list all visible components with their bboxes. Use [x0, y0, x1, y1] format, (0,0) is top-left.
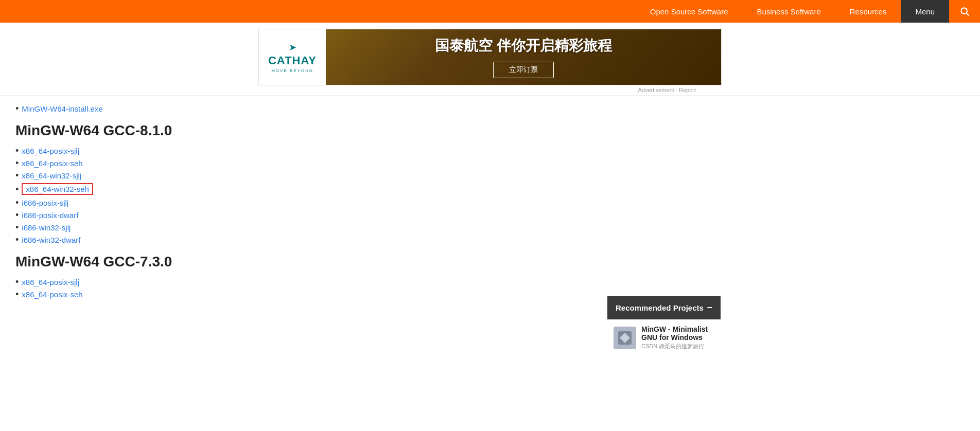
- ad-banner: 广告 × ➤ CATHAY MOVE BEYOND 国泰航空 伴你开启精彩旅程 …: [0, 23, 980, 96]
- link-x86-posix-sjlj[interactable]: x86_64-posix-sjlj: [22, 147, 79, 155]
- bullet-dot: •: [15, 277, 19, 286]
- nav-open-source[interactable]: Open Source Software: [636, 0, 743, 23]
- ad-cta-button[interactable]: 立即订票: [493, 62, 554, 78]
- link-i686-posix-dwarf[interactable]: i686-posix-dwarf: [22, 211, 78, 220]
- link-x86-posix-seh[interactable]: x86_64-posix-seh: [22, 159, 82, 168]
- link-i686-win32-dwarf[interactable]: i686-win32-dwarf: [22, 236, 80, 244]
- gcc810-link-7: • i686-win32-dwarf: [15, 235, 592, 244]
- sidebar-project-icon: [614, 327, 636, 349]
- nav-resources[interactable]: Resources: [835, 0, 901, 23]
- gcc730-link-0: • x86_64-posix-sjlj: [15, 277, 592, 286]
- link-gcc730-x86-posix-seh[interactable]: x86_64-posix-seh: [22, 290, 82, 299]
- link-i686-posix-sjlj[interactable]: i686-posix-sjlj: [22, 199, 68, 207]
- gcc730-title: MinGW-W64 GCC-7.3.0: [15, 254, 592, 270]
- gcc810-link-6: • i686-win32-sjlj: [15, 223, 592, 232]
- ad-cathay-bird: ➤: [289, 42, 296, 53]
- ad-report[interactable]: Advertisement · Report: [258, 85, 722, 93]
- bullet-dot: •: [15, 158, 19, 168]
- bullet-dot: •: [15, 210, 19, 220]
- bullet-dot: •: [15, 223, 19, 232]
- ad-cathay-name: CATHAY: [268, 54, 317, 67]
- link-x86-win32-sjlj[interactable]: x86_64-win32-sjlj: [22, 171, 81, 180]
- gcc810-link-1: • x86_64-posix-seh: [15, 158, 592, 168]
- bullet-dot: •: [15, 146, 19, 155]
- svg-line-1: [967, 13, 969, 16]
- sidebar-project-item[interactable]: MinGW - Minimalist GNU for Windows CSDN …: [607, 319, 721, 355]
- ad-cathay-logo: ➤ CATHAY MOVE BEYOND: [259, 29, 326, 85]
- nav-search[interactable]: [949, 0, 980, 23]
- ad-container[interactable]: ➤ CATHAY MOVE BEYOND 国泰航空 伴你开启精彩旅程 立即订票: [258, 29, 722, 85]
- sidebar-panel: Recommended Projects − MinGW - Minimalis…: [607, 296, 721, 355]
- bullet-dot: •: [15, 104, 19, 113]
- bullet-dot: •: [15, 235, 19, 244]
- bullet-dot: •: [15, 171, 19, 180]
- gcc730-link-1: • x86_64-posix-seh: [15, 290, 592, 299]
- gcc810-link-2: • x86_64-win32-sjlj: [15, 171, 592, 180]
- ad-content: 国泰航空 伴你开启精彩旅程 立即订票: [326, 36, 721, 78]
- nav-business-software[interactable]: Business Software: [743, 0, 835, 23]
- bullet-dot: •: [15, 198, 19, 207]
- ad-main-text: 国泰航空 伴你开启精彩旅程: [435, 36, 612, 56]
- bullet-dot: •: [15, 290, 19, 299]
- sidebar: Recommended Projects − MinGW - Minimalis…: [607, 96, 721, 361]
- svg-point-0: [961, 8, 967, 14]
- install-exe-link[interactable]: MinGW-W64-install.exe: [22, 104, 102, 113]
- content-area: • MinGW-W64-install.exe MinGW-W64 GCC-8.…: [0, 96, 607, 361]
- install-exe-item: • MinGW-W64-install.exe: [15, 104, 592, 113]
- sidebar-panel-header: Recommended Projects −: [607, 296, 721, 319]
- bullet-dot: •: [15, 185, 19, 194]
- link-x86-win32-seh[interactable]: x86_64-win32-seh: [22, 183, 93, 195]
- nav-menu[interactable]: Menu: [901, 0, 949, 23]
- gcc810-link-0: • x86_64-posix-sjlj: [15, 146, 592, 155]
- sidebar-panel-minus[interactable]: −: [707, 302, 712, 313]
- search-icon: [959, 6, 970, 16]
- ad-cathay-sub: MOVE BEYOND: [271, 68, 313, 73]
- sidebar-panel-title: Recommended Projects: [616, 303, 704, 312]
- gcc810-link-5: • i686-posix-dwarf: [15, 210, 592, 220]
- link-i686-win32-sjlj[interactable]: i686-win32-sjlj: [22, 223, 71, 232]
- sidebar-project-info: MinGW - Minimalist GNU for Windows CSDN …: [641, 325, 714, 350]
- sidebar-project-sub: CSDN @栗马的追梦旅行: [641, 343, 714, 350]
- sidebar-icon-inner: [618, 331, 632, 345]
- sidebar-icon-diamond: [620, 333, 630, 343]
- gcc810-link-3: • x86_64-win32-seh: [15, 183, 592, 195]
- gcc810-title: MinGW-W64 GCC-8.1.0: [15, 122, 592, 139]
- link-gcc730-x86-posix-sjlj[interactable]: x86_64-posix-sjlj: [22, 278, 79, 286]
- main-layout: • MinGW-W64-install.exe MinGW-W64 GCC-8.…: [0, 96, 980, 361]
- header-nav: Open Source Software Business Software R…: [0, 0, 980, 23]
- sidebar-project-name: MinGW - Minimalist GNU for Windows: [641, 325, 714, 342]
- gcc810-link-4: • i686-posix-sjlj: [15, 198, 592, 207]
